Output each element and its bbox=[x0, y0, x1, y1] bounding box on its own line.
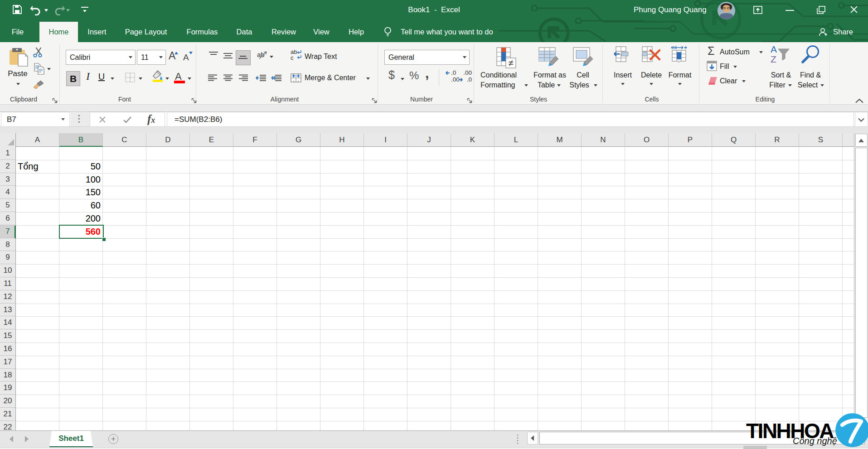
svg-text:≠: ≠ bbox=[509, 58, 514, 68]
